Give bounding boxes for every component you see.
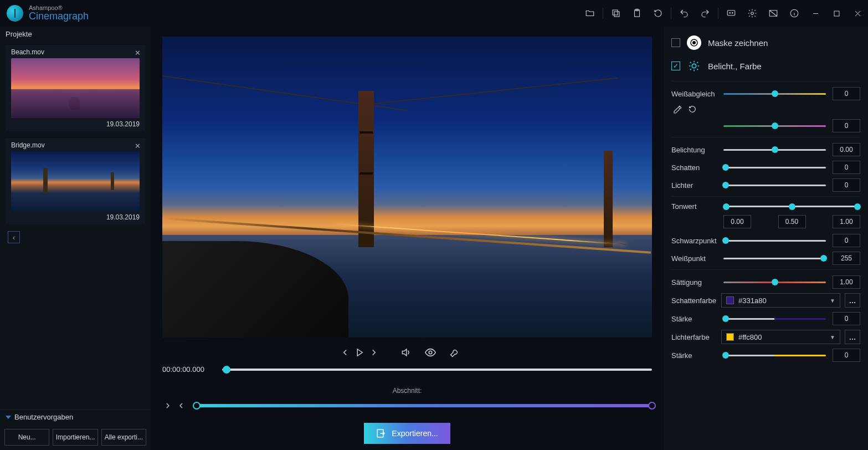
reset-wb-icon[interactable] — [688, 105, 697, 115]
tone-mid-value[interactable]: 0.50 — [778, 215, 806, 228]
shadow-strength-value[interactable]: 0 — [833, 312, 860, 325]
maximize-button[interactable] — [826, 4, 847, 22]
svg-rect-4 — [727, 11, 735, 16]
shadow-color-select[interactable]: #331a80 ▼ — [721, 293, 840, 308]
svg-point-7 — [751, 12, 754, 15]
svg-rect-1 — [613, 10, 618, 15]
highlight-color-label: Lichterfarbe — [671, 333, 717, 341]
svg-point-10 — [429, 351, 432, 354]
timeline-slider[interactable] — [222, 369, 652, 371]
collapse-icon[interactable]: ‹ — [8, 231, 20, 243]
sidebar: Projekte Beach.mov ✕ 19.03.2019 Bridge.m… — [0, 27, 151, 450]
shadow-strength-label: Stärke — [671, 315, 717, 323]
exposure-title: Belicht., Farbe — [708, 62, 762, 71]
copy-icon[interactable] — [605, 0, 626, 27]
sat-slider[interactable] — [723, 282, 826, 283]
shadow-color-more[interactable]: … — [845, 293, 860, 308]
folder-icon[interactable] — [579, 0, 600, 27]
wb-tint-value[interactable]: 0 — [833, 119, 860, 132]
shadows-slider[interactable] — [723, 167, 826, 168]
sat-label: Sättigung — [671, 278, 717, 287]
brand-name: Cinemagraph — [29, 11, 89, 22]
export-all-button[interactable]: Alle exporti... — [101, 429, 146, 446]
presets-label: Benutzervorgaben — [14, 413, 73, 421]
minimize-button[interactable] — [805, 4, 826, 22]
section-label: Abschnitt: — [162, 387, 652, 395]
section-prev-icon[interactable] — [176, 400, 187, 411]
swatch-icon — [726, 333, 734, 341]
close-icon[interactable]: ✕ — [132, 47, 143, 58]
black-slider[interactable] — [723, 240, 826, 242]
black-label: Schwarzpunkt — [671, 237, 717, 245]
project-name: Bridge.mov — [6, 138, 145, 151]
white-value[interactable]: 255 — [833, 252, 860, 265]
mask-icon — [687, 35, 701, 50]
tone-slider[interactable] — [723, 206, 860, 207]
exposure-value[interactable]: 0.00 — [833, 143, 860, 156]
mask-checkbox[interactable] — [671, 38, 680, 47]
exposure-slider[interactable] — [723, 149, 826, 151]
redo-icon[interactable] — [695, 0, 716, 27]
tone-high-value[interactable]: 1.00 — [833, 215, 860, 228]
tone-low-value[interactable]: 0.00 — [723, 215, 751, 228]
svg-rect-9 — [834, 11, 839, 16]
svg-point-6 — [732, 13, 733, 14]
feedback-icon[interactable] — [721, 0, 742, 27]
close-icon[interactable]: ✕ — [132, 140, 143, 151]
highlights-value[interactable]: 0 — [833, 178, 860, 192]
new-button[interactable]: Neu... — [4, 429, 49, 446]
sat-value[interactable]: 1.00 — [833, 275, 860, 289]
black-value[interactable]: 0 — [833, 234, 860, 247]
white-slider[interactable] — [723, 258, 826, 259]
wb-temp-value[interactable]: 0 — [833, 87, 860, 100]
sun-icon — [687, 59, 701, 73]
wb-temp-slider[interactable] — [723, 93, 826, 95]
shadows-value[interactable]: 0 — [833, 161, 860, 174]
highlight-color-select[interactable]: #ffc800 ▼ — [721, 330, 840, 344]
exposure-label: Belichtung — [671, 146, 717, 154]
wb-tint-slider[interactable] — [723, 125, 826, 127]
export-label: Exportieren... — [392, 429, 438, 438]
preview-canvas[interactable] — [162, 37, 652, 338]
timecode: 00:00:00.000 — [162, 365, 212, 374]
play-icon[interactable] — [355, 347, 364, 357]
svg-point-13 — [693, 42, 696, 44]
project-date: 19.03.2019 — [6, 211, 145, 222]
audio-icon[interactable] — [400, 346, 412, 359]
titlebar: Ashampoo® Cinemagraph — [0, 0, 868, 27]
info-icon[interactable] — [784, 0, 805, 27]
wrench-icon[interactable] — [449, 346, 461, 359]
highlight-color-hex: #ffc800 — [738, 333, 762, 341]
svg-point-5 — [730, 13, 731, 14]
projects-header: Projekte — [0, 27, 151, 42]
undo-icon[interactable] — [674, 0, 695, 27]
close-button[interactable] — [847, 4, 868, 22]
compare-icon[interactable] — [763, 0, 784, 27]
export-icon — [376, 428, 386, 438]
section-range[interactable] — [197, 404, 652, 407]
prev-frame-icon[interactable] — [340, 347, 350, 357]
tone-label: Tonwert — [671, 202, 717, 211]
highlight-strength-slider[interactable] — [723, 355, 826, 356]
shadow-strength-slider[interactable] — [723, 318, 826, 320]
highlights-slider[interactable] — [723, 185, 826, 186]
highlight-strength-label: Stärke — [671, 351, 717, 360]
reset-icon[interactable] — [648, 0, 669, 27]
exposure-checkbox[interactable] — [671, 62, 680, 70]
import-button[interactable]: Importieren... — [53, 429, 97, 446]
svg-point-14 — [692, 64, 696, 68]
project-thumbnail — [11, 151, 140, 211]
gear-icon[interactable] — [742, 0, 763, 27]
eye-icon[interactable] — [424, 346, 436, 359]
chevron-down-icon: ▼ — [830, 298, 835, 304]
project-date: 19.03.2019 — [6, 118, 145, 129]
presets-header[interactable]: Benutzervorgaben — [0, 409, 151, 425]
project-item[interactable]: Bridge.mov ✕ 19.03.2019 — [6, 138, 145, 224]
clipboard-icon[interactable] — [626, 0, 648, 27]
export-button[interactable]: Exportieren... — [364, 423, 450, 444]
project-item[interactable]: Beach.mov ✕ 19.03.2019 — [6, 45, 145, 131]
highlight-color-more[interactable]: … — [845, 330, 860, 344]
highlight-strength-value[interactable]: 0 — [833, 349, 860, 362]
section-next-icon[interactable] — [162, 400, 173, 411]
eyedropper-icon[interactable] — [672, 105, 682, 115]
